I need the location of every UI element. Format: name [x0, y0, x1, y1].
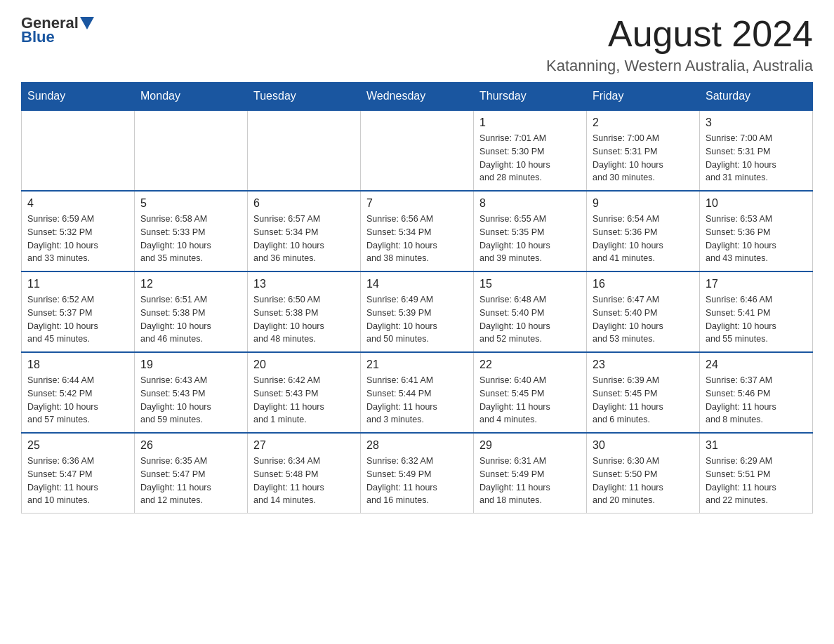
calendar-day-cell: 26Sunrise: 6:35 AMSunset: 5:47 PMDayligh…: [135, 433, 248, 514]
day-info: Sunrise: 6:59 AMSunset: 5:32 PMDaylight:…: [27, 213, 128, 265]
calendar-day-cell: 5Sunrise: 6:58 AMSunset: 5:33 PMDaylight…: [135, 191, 248, 271]
day-number: 2: [593, 116, 694, 129]
svg-marker-0: [80, 17, 94, 29]
day-number: 5: [140, 197, 241, 210]
calendar-day-cell: 19Sunrise: 6:43 AMSunset: 5:43 PMDayligh…: [135, 352, 248, 433]
day-number: 1: [479, 116, 581, 129]
calendar-day-cell: 20Sunrise: 6:42 AMSunset: 5:43 PMDayligh…: [248, 352, 361, 433]
day-of-week-header: Thursday: [474, 83, 587, 111]
day-number: 4: [27, 197, 128, 210]
day-number: 18: [27, 358, 128, 371]
day-info: Sunrise: 6:29 AMSunset: 5:51 PMDaylight:…: [706, 455, 807, 507]
day-of-week-header: Saturday: [700, 83, 813, 111]
calendar-day-cell: 21Sunrise: 6:41 AMSunset: 5:44 PMDayligh…: [361, 352, 474, 433]
day-number: 24: [706, 358, 807, 371]
calendar-day-cell: 28Sunrise: 6:32 AMSunset: 5:49 PMDayligh…: [361, 433, 474, 514]
day-info: Sunrise: 7:00 AMSunset: 5:31 PMDaylight:…: [593, 132, 694, 185]
calendar-day-cell: 13Sunrise: 6:50 AMSunset: 5:38 PMDayligh…: [248, 271, 361, 352]
day-number: 28: [366, 439, 468, 452]
logo: General Blue: [21, 14, 94, 46]
calendar-week-row: 11Sunrise: 6:52 AMSunset: 5:37 PMDayligh…: [22, 271, 813, 352]
calendar-day-cell: 29Sunrise: 6:31 AMSunset: 5:49 PMDayligh…: [474, 433, 587, 514]
day-info: Sunrise: 6:58 AMSunset: 5:33 PMDaylight:…: [140, 213, 241, 265]
day-number: 10: [706, 197, 807, 210]
day-number: 15: [479, 278, 581, 290]
calendar-day-cell: 14Sunrise: 6:49 AMSunset: 5:39 PMDayligh…: [361, 271, 474, 352]
day-info: Sunrise: 6:52 AMSunset: 5:37 PMDaylight:…: [27, 293, 128, 346]
calendar-week-row: 1Sunrise: 7:01 AMSunset: 5:30 PMDaylight…: [22, 110, 813, 191]
day-info: Sunrise: 6:51 AMSunset: 5:38 PMDaylight:…: [140, 293, 241, 346]
day-info: Sunrise: 6:43 AMSunset: 5:43 PMDaylight:…: [140, 374, 241, 427]
day-info: Sunrise: 6:34 AMSunset: 5:48 PMDaylight:…: [253, 455, 355, 507]
calendar-day-cell: 30Sunrise: 6:30 AMSunset: 5:50 PMDayligh…: [587, 433, 700, 514]
calendar-day-cell: 3Sunrise: 7:00 AMSunset: 5:31 PMDaylight…: [700, 110, 813, 191]
day-number: 21: [366, 358, 468, 371]
day-info: Sunrise: 6:46 AMSunset: 5:41 PMDaylight:…: [706, 293, 807, 346]
day-number: 23: [593, 358, 694, 371]
day-number: 6: [253, 197, 355, 210]
logo-triangle-icon: [80, 17, 94, 31]
day-info: Sunrise: 6:55 AMSunset: 5:35 PMDaylight:…: [479, 213, 581, 265]
calendar-day-cell: 22Sunrise: 6:40 AMSunset: 5:45 PMDayligh…: [474, 352, 587, 433]
month-title: August 2024: [546, 14, 813, 54]
calendar-day-cell: 15Sunrise: 6:48 AMSunset: 5:40 PMDayligh…: [474, 271, 587, 352]
day-info: Sunrise: 6:32 AMSunset: 5:49 PMDaylight:…: [366, 455, 468, 507]
day-info: Sunrise: 6:41 AMSunset: 5:44 PMDaylight:…: [366, 374, 468, 427]
day-info: Sunrise: 6:54 AMSunset: 5:36 PMDaylight:…: [593, 213, 694, 265]
day-number: 20: [253, 358, 355, 371]
day-number: 27: [253, 439, 355, 452]
calendar-day-cell: 2Sunrise: 7:00 AMSunset: 5:31 PMDaylight…: [587, 110, 700, 191]
day-number: 31: [706, 439, 807, 452]
day-info: Sunrise: 6:56 AMSunset: 5:34 PMDaylight:…: [366, 213, 468, 265]
day-info: Sunrise: 6:30 AMSunset: 5:50 PMDaylight:…: [593, 455, 694, 507]
day-info: Sunrise: 6:47 AMSunset: 5:40 PMDaylight:…: [593, 293, 694, 346]
location-text: Katanning, Western Australia, Australia: [546, 57, 813, 75]
calendar-day-cell: 6Sunrise: 6:57 AMSunset: 5:34 PMDaylight…: [248, 191, 361, 271]
logo-blue-text: Blue: [21, 28, 55, 46]
day-number: 30: [593, 439, 694, 452]
day-number: 25: [27, 439, 128, 452]
calendar-day-cell: [22, 110, 135, 191]
calendar-day-cell: 24Sunrise: 6:37 AMSunset: 5:46 PMDayligh…: [700, 352, 813, 433]
calendar-day-cell: [135, 110, 248, 191]
day-number: 14: [366, 278, 468, 290]
day-info: Sunrise: 6:40 AMSunset: 5:45 PMDaylight:…: [479, 374, 581, 427]
calendar-day-cell: 4Sunrise: 6:59 AMSunset: 5:32 PMDaylight…: [22, 191, 135, 271]
day-number: 29: [479, 439, 581, 452]
calendar-day-cell: 27Sunrise: 6:34 AMSunset: 5:48 PMDayligh…: [248, 433, 361, 514]
day-info: Sunrise: 6:37 AMSunset: 5:46 PMDaylight:…: [706, 374, 807, 427]
calendar-header-row: SundayMondayTuesdayWednesdayThursdayFrid…: [22, 83, 813, 111]
day-number: 22: [479, 358, 581, 371]
calendar-day-cell: 23Sunrise: 6:39 AMSunset: 5:45 PMDayligh…: [587, 352, 700, 433]
calendar-week-row: 18Sunrise: 6:44 AMSunset: 5:42 PMDayligh…: [22, 352, 813, 433]
day-of-week-header: Wednesday: [361, 83, 474, 111]
title-area: August 2024 Katanning, Western Australia…: [546, 14, 813, 75]
calendar-day-cell: 11Sunrise: 6:52 AMSunset: 5:37 PMDayligh…: [22, 271, 135, 352]
day-info: Sunrise: 6:53 AMSunset: 5:36 PMDaylight:…: [706, 213, 807, 265]
day-info: Sunrise: 7:00 AMSunset: 5:31 PMDaylight:…: [706, 132, 807, 185]
day-info: Sunrise: 6:48 AMSunset: 5:40 PMDaylight:…: [479, 293, 581, 346]
day-number: 17: [706, 278, 807, 290]
day-number: 26: [140, 439, 241, 452]
calendar-day-cell: [248, 110, 361, 191]
day-info: Sunrise: 6:42 AMSunset: 5:43 PMDaylight:…: [253, 374, 355, 427]
day-info: Sunrise: 6:39 AMSunset: 5:45 PMDaylight:…: [593, 374, 694, 427]
day-of-week-header: Monday: [135, 83, 248, 111]
calendar-week-row: 4Sunrise: 6:59 AMSunset: 5:32 PMDaylight…: [22, 191, 813, 271]
day-number: 11: [27, 278, 128, 290]
day-of-week-header: Tuesday: [248, 83, 361, 111]
calendar-day-cell: 31Sunrise: 6:29 AMSunset: 5:51 PMDayligh…: [700, 433, 813, 514]
day-info: Sunrise: 6:50 AMSunset: 5:38 PMDaylight:…: [253, 293, 355, 346]
day-info: Sunrise: 6:57 AMSunset: 5:34 PMDaylight:…: [253, 213, 355, 265]
day-number: 13: [253, 278, 355, 290]
day-number: 8: [479, 197, 581, 210]
calendar-day-cell: 1Sunrise: 7:01 AMSunset: 5:30 PMDaylight…: [474, 110, 587, 191]
day-info: Sunrise: 6:49 AMSunset: 5:39 PMDaylight:…: [366, 293, 468, 346]
calendar-day-cell: 9Sunrise: 6:54 AMSunset: 5:36 PMDaylight…: [587, 191, 700, 271]
calendar-table: SundayMondayTuesdayWednesdayThursdayFrid…: [21, 82, 813, 514]
day-info: Sunrise: 7:01 AMSunset: 5:30 PMDaylight:…: [479, 132, 581, 185]
calendar-day-cell: 16Sunrise: 6:47 AMSunset: 5:40 PMDayligh…: [587, 271, 700, 352]
day-number: 7: [366, 197, 468, 210]
calendar-day-cell: 17Sunrise: 6:46 AMSunset: 5:41 PMDayligh…: [700, 271, 813, 352]
day-info: Sunrise: 6:31 AMSunset: 5:49 PMDaylight:…: [479, 455, 581, 507]
